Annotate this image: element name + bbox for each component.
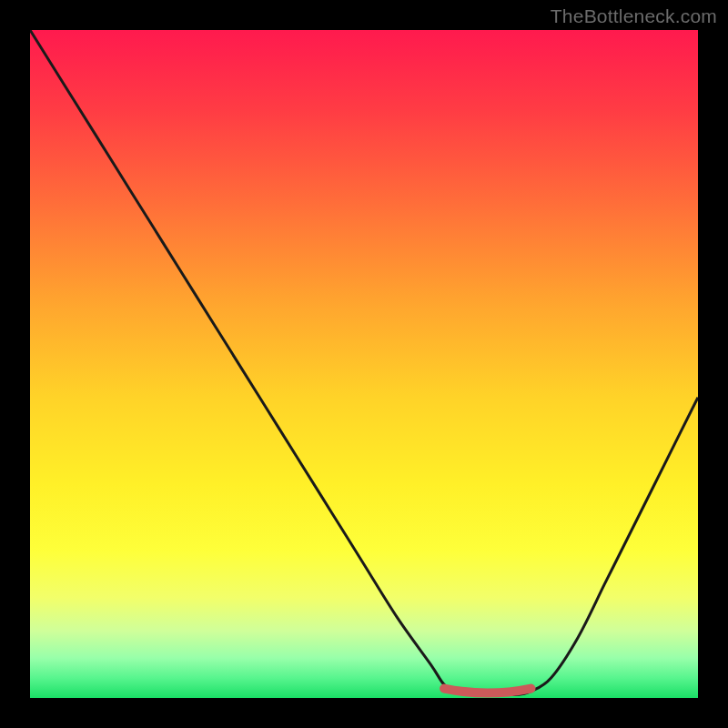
watermark-text: TheBottleneck.com [551, 5, 717, 27]
chart-frame: TheBottleneck.com [0, 0, 728, 728]
marker-path [444, 689, 531, 693]
plot-area [30, 30, 698, 698]
bottleneck-curve [30, 30, 698, 698]
curve-path [30, 30, 698, 695]
